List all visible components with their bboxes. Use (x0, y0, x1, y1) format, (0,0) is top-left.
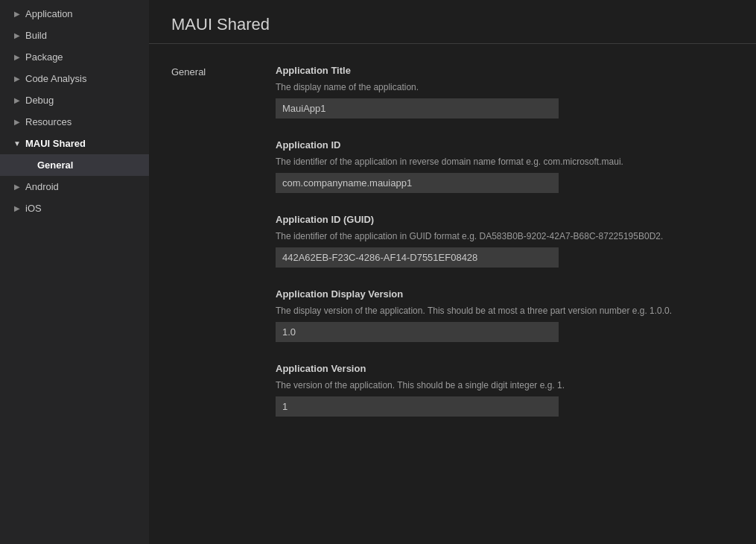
chevron-package-icon: ▶ (12, 52, 22, 63)
chevron-maui-shared-icon: ▼ (12, 139, 22, 149)
sidebar-item-label-package: Package (25, 51, 63, 63)
field-input-app-title[interactable] (276, 98, 559, 118)
field-group-app-version: Application VersionThe version of the ap… (276, 363, 734, 417)
sidebar-item-android[interactable]: ▶Android (0, 176, 149, 197)
sidebar-item-package[interactable]: ▶Package (0, 46, 149, 68)
chevron-android-icon: ▶ (12, 182, 22, 192)
field-description-app-title: The display name of the application. (276, 80, 734, 94)
field-description-app-display-version: The display version of the application. … (276, 304, 734, 317)
field-description-app-id-guid: The identifier of the application in GUI… (276, 230, 734, 243)
section-label: General (171, 65, 246, 417)
field-input-app-id-guid[interactable] (276, 247, 559, 268)
main-header: MAUI Shared (149, 0, 756, 44)
field-label-app-display-version: Application Display Version (276, 288, 734, 300)
field-label-app-id-guid: Application ID (GUID) (276, 214, 734, 225)
sidebar-item-code-analysis[interactable]: ▶Code Analysis (0, 68, 149, 89)
field-input-app-display-version[interactable] (276, 322, 559, 342)
field-input-app-version[interactable] (276, 396, 559, 417)
chevron-ios-icon: ▶ (12, 203, 22, 214)
sidebar-item-label-ios: iOS (25, 203, 42, 214)
field-label-app-title: Application Title (276, 65, 734, 76)
sidebar-item-label-build: Build (25, 30, 47, 41)
sidebar-item-resources[interactable]: ▶Resources (0, 111, 149, 133)
chevron-build-icon: ▶ (12, 31, 22, 41)
sidebar-item-general[interactable]: General (0, 154, 149, 176)
sidebar: ▶Application▶Build▶Package▶Code Analysis… (0, 0, 149, 544)
field-input-app-id[interactable] (276, 173, 559, 193)
page-title: MAUI Shared (171, 15, 734, 34)
sidebar-item-ios[interactable]: ▶iOS (0, 197, 149, 219)
sidebar-item-label-resources: Resources (25, 116, 72, 127)
field-description-app-version: The version of the application. This sho… (276, 379, 734, 392)
sidebar-item-label-application: Application (25, 8, 73, 19)
field-label-app-version: Application Version (276, 363, 734, 374)
field-group-app-id: Application IDThe identifier of the appl… (276, 139, 734, 193)
sidebar-item-label-general: General (37, 159, 73, 171)
chevron-general-icon (24, 160, 34, 171)
sidebar-item-maui-shared[interactable]: ▼MAUI Shared (0, 133, 149, 154)
sidebar-item-label-android: Android (25, 181, 59, 192)
chevron-code-analysis-icon: ▶ (12, 74, 22, 84)
section-content: Application TitleThe display name of the… (276, 65, 734, 417)
field-label-app-id: Application ID (276, 139, 734, 151)
field-description-app-id: The identifier of the application in rev… (276, 155, 734, 168)
main-body: General Application TitleThe display nam… (149, 44, 756, 437)
field-group-app-title: Application TitleThe display name of the… (276, 65, 734, 118)
sidebar-item-label-code-analysis: Code Analysis (25, 73, 86, 84)
sidebar-item-label-debug: Debug (25, 95, 54, 106)
sidebar-item-debug[interactable]: ▶Debug (0, 89, 149, 111)
field-group-app-id-guid: Application ID (GUID)The identifier of t… (276, 214, 734, 268)
field-group-app-display-version: Application Display VersionThe display v… (276, 288, 734, 342)
chevron-application-icon: ▶ (12, 9, 22, 19)
chevron-resources-icon: ▶ (12, 117, 22, 127)
chevron-debug-icon: ▶ (12, 95, 22, 106)
sidebar-item-build[interactable]: ▶Build (0, 25, 149, 46)
sidebar-item-label-maui-shared: MAUI Shared (25, 138, 86, 149)
main-content: MAUI Shared General Application TitleThe… (149, 0, 756, 544)
sidebar-item-application[interactable]: ▶Application (0, 3, 149, 25)
